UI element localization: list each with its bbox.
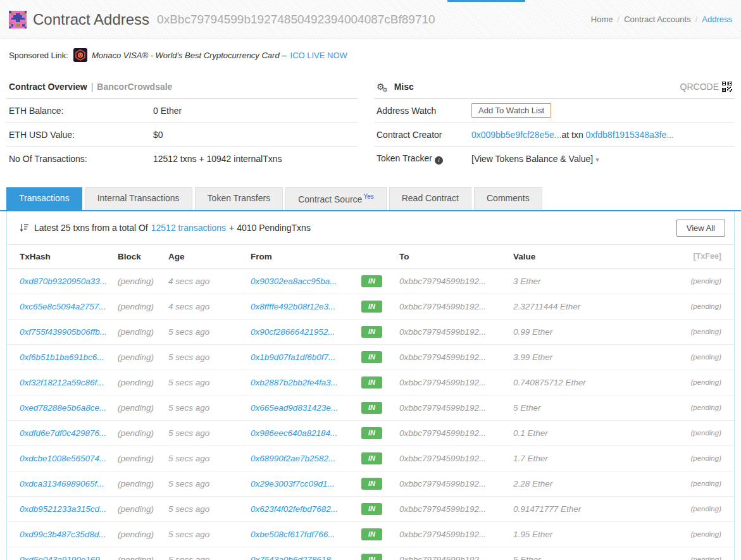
tab-contract-source[interactable]: Contract SourceYes [285,187,387,210]
misc-title: Misc [394,82,414,92]
add-to-watch-list-button[interactable]: Add To Watch List [471,103,551,118]
contract-address-value: 0xBbc79794599b19274850492394004087cBf897… [157,13,585,27]
contract-creator-label: Contract Creator [377,130,471,140]
table-row: 0xdcbe1008e565074... (pending) 5 secs ag… [7,445,734,471]
txhash-link[interactable]: 0xd5e043a9190e169... [20,555,107,560]
txhash-link[interactable]: 0xf755f439905b06ffb... [20,327,107,337]
to-address: 0xbbc79794599b192... [399,504,486,514]
from-address-link[interactable]: 0x1b9d07fa1df6b0f7... [251,352,335,362]
contract-overview-header: Contract Overview | BancorCrowdsale [6,76,358,99]
token-tracker-dropdown[interactable]: [View Tokens Balance & Value]▾ [471,154,599,164]
from-address-link[interactable]: 0xb2887b2bb2fe4fa3... [251,378,338,387]
txhash-link[interactable]: 0xdcbe1008e565074... [20,454,106,463]
age-text: 5 secs ago [168,428,209,438]
block-status: (pending) [118,327,154,337]
from-address-link[interactable]: 0x90cf28666421952... [251,327,335,337]
column-txfee: [TxFee] [659,245,734,269]
sort-amount-icon [20,223,29,232]
view-all-button[interactable]: View All [676,220,725,237]
txfee-text: (pending) [690,454,721,462]
eth-balance-label: ETH Balance: [9,106,153,116]
txfee-text: (pending) [690,404,721,411]
age-text: 4 secs ago [168,277,209,286]
txhash-link[interactable]: 0xd99c3b487c35d8d... [20,530,106,539]
block-status: (pending) [118,504,154,514]
direction-in-badge: IN [361,427,382,439]
sponsored-text: Monaco VISA® - World's Best Cryptocurren… [92,51,287,60]
creator-address-link[interactable]: 0x009bb5e9fcf28e5e... [471,130,561,140]
breadcrumb-contract-accounts[interactable]: Contract Accounts [624,15,691,24]
transactions-table: TxHash Block Age From To Value [TxFee] 0… [7,245,734,560]
sponsored-link-row: Sponsored Link: Monaco VISA® - World's B… [0,39,741,68]
contract-name: BancorCrowdsale [97,82,172,92]
txhash-link[interactable]: 0xed78288e5b6a8ce... [20,403,106,413]
to-address: 0xbbc79794599b192... [399,555,486,560]
tab-label: Contract Source [298,194,362,204]
tab-internal-transactions[interactable]: Internal Transactions [85,187,192,210]
txhash-link[interactable]: 0xdb9521233a315cd... [20,504,106,514]
transactions-panel: Latest 25 txns from a total Of 12512 tra… [6,211,735,560]
age-text: 5 secs ago [168,454,209,463]
title-divider: | [91,82,94,92]
txfee-text: (pending) [690,480,721,487]
contract-overview-title: Contract Overview [9,82,87,92]
gears-icon: ⚙⚙ [377,82,390,92]
column-from: From [251,245,361,269]
from-address-link[interactable]: 0x90302ea8acc95ba... [251,277,337,286]
value-text: 5 Ether [513,403,541,413]
table-row: 0xc65e8c5094a2757... (pending) 4 secs ag… [7,294,734,319]
eth-balance-row: ETH Balance: 0 Ether [6,99,358,123]
from-address-link[interactable]: 0x29e3003f7cc09d1... [251,479,335,488]
txhash-link[interactable]: 0xf6b51b1ba691bc6... [20,352,104,362]
eth-usd-value: $0 [153,130,163,140]
column-to: To [399,245,513,269]
txhash-link[interactable]: 0xdfd6e7df0c429876... [20,428,106,438]
txhash-link[interactable]: 0xd870b9320950a33... [20,277,107,286]
misc-header: ⚙⚙ Misc QRCODE [374,76,735,99]
summary-suffix: + 4010 PendingTxns [229,223,311,233]
to-address: 0xbbc79794599b192... [399,352,486,362]
tab-token-transfers[interactable]: Token Transfers [195,187,283,210]
sponsored-ico-link[interactable]: ICO LIVE NOW [290,51,347,60]
direction-in-badge: IN [361,554,382,560]
direction-in-badge: IN [361,478,382,490]
table-row: 0xd5e043a9190e169... (pending) 5 secs ag… [7,547,734,560]
table-row: 0xd870b9320950a33... (pending) 4 secs ag… [7,268,734,294]
age-text: 5 secs ago [168,352,209,362]
tab-read-contract[interactable]: Read Contract [389,187,471,210]
token-tracker-label: Token Trackeri [377,153,471,165]
monaco-logo-icon [73,48,87,62]
transaction-count-value: 12512 txns + 10942 internalTxns [153,154,282,164]
from-address-link[interactable]: 0x986eec640a82184... [251,428,337,438]
column-value: Value [513,245,659,269]
block-status: (pending) [118,378,154,387]
breadcrumb-address[interactable]: Address [702,15,732,24]
creation-txn-link[interactable]: 0xfdb8f1915348a3fe... [586,130,674,140]
breadcrumb-home[interactable]: Home [591,15,613,24]
from-address-link[interactable]: 0x623f4f02fefbd7682... [251,504,338,514]
block-status: (pending) [118,479,154,488]
age-text: 5 secs ago [168,378,209,387]
from-address-link[interactable]: 0x665ead9d831423e... [251,403,338,413]
tab-transactions[interactable]: Transactions [6,187,82,210]
tab-comments[interactable]: Comments [474,187,542,210]
from-address-link[interactable]: 0x8ffffe492b08f12e3... [251,302,335,311]
value-text: 3 Ether [513,277,541,286]
txhash-link[interactable]: 0xf32f18212a59c86f... [20,378,104,387]
block-status: (pending) [118,530,154,539]
eth-usd-value-label: ETH USD Value: [9,130,153,140]
from-address-link[interactable]: 0x68990f2ae7b2582... [251,454,335,463]
txhash-link[interactable]: 0xc65e8c5094a2757... [20,302,106,311]
transaction-count-label: No Of Transactions: [9,154,153,164]
column-txhash: TxHash [7,245,118,269]
total-transactions-link[interactable]: 12512 transactions [151,223,226,233]
txhash-link[interactable]: 0xdca31346989065f... [20,479,104,488]
age-text: 4 secs ago [168,302,209,311]
to-address: 0xbbc79794599b192... [399,530,486,539]
from-address-link[interactable]: 0xbe508cf617fdf766... [251,530,335,539]
transactions-table-body: 0xd870b9320950a33... (pending) 4 secs ag… [7,268,734,560]
direction-in-badge: IN [361,452,382,464]
from-address-link[interactable]: 0x7543a0b6d278618... [251,555,338,560]
sponsored-label: Sponsored Link: [9,51,68,60]
qrcode-link[interactable]: QRCODE [680,82,732,92]
